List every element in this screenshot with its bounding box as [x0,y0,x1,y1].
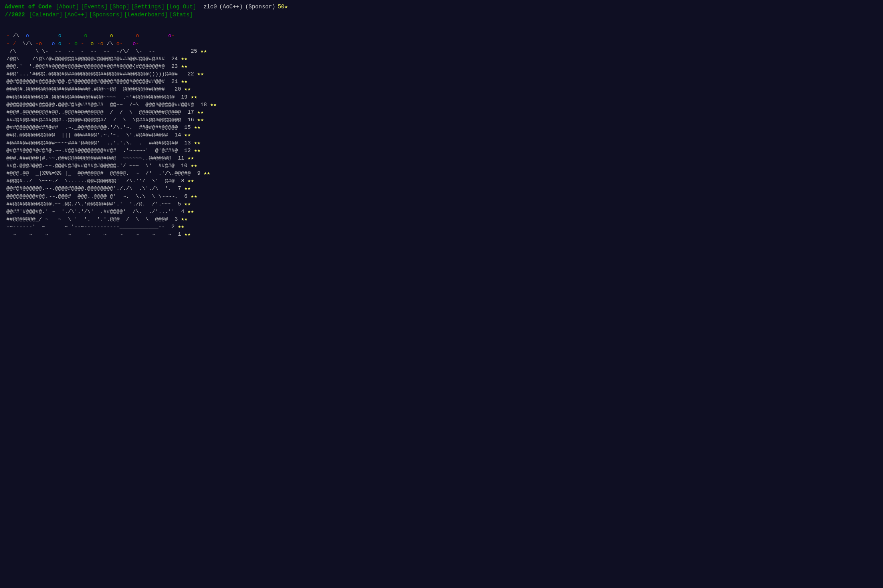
tree-line-9: @#@@#@@@@@@@#.@@@#@@#@@#@@##@@~~~~ .~'#@… [6,94,197,100]
tree-line-27: ~ ~ ~ ~ ~ ~ ~ ~ ~ ~ 1 ★★ [6,231,191,237]
nav-calendar[interactable]: [Calendar] [29,11,62,19]
nav-leaderboard[interactable]: [Leaderboard] [124,11,168,19]
tree-line-11: #@@#.@@@@@@@@#@@..@@@#@@#@@@@@ / / \ @@@… [6,109,204,115]
tree-line-2: - / \/\ -o o o - o - o -o /\ o- o- [6,41,139,47]
tree-line-13: @##@@@@@@@###@## .~._@@#@@@#@@.'/\.'~. #… [6,124,200,130]
tree-line-15: #@###@#@@@@@#@#~~~~###'@#@@@' ..'.'.\. .… [6,140,200,146]
tree-line-26: -~------' ~ ~ '--~-----------___________… [6,224,184,230]
year[interactable]: //2022 [5,11,25,19]
tree-line-14: @#@.@@@@@@@@@@@ ||| @@###@@'.~.'~. \'.#@… [6,132,191,138]
tree-line-17: @@#.###@@@|#.~~.@@#@@@@@@@@##@#@#@ ~~~~~… [6,155,194,161]
tree-line-12: ###@#@@#@#@###@@#..@@@@#@@@@@#/ / \ \@##… [6,117,204,123]
nav-shop[interactable]: [Shop] [109,3,129,11]
app: Advent of Code [About] [Events] [Shop] [… [0,0,883,588]
nav-row-1: Advent of Code [About] [Events] [Shop] [… [5,3,878,11]
nav-events[interactable]: [Events] [81,3,107,11]
sponsor-label[interactable]: (Sponsor) [245,3,275,11]
tree-line-22: @@@@@@@@@#@@.~~.@@@# @@@..@@@@ @' ~. \.\… [6,193,197,199]
tree-line-18: ##@.@@@#@@@.~~.@@@#@#@##@##@#@@@@@.'/ ~~… [6,163,197,169]
tree-line-4: /@@\ /\@\/@#@@@@@@#@@@@@#@@@@@#@###@@#@@… [6,56,188,62]
username: zlc0 [204,3,217,11]
tree-line-23: ##@@#@@@@@@@@@.~~.@@./\.'@@@@@#@#'.' './… [6,201,191,207]
tree-line-16: @#@##@@@#@#@#@.~~.#@@#@@@@@@@@##@# .'~~~… [6,148,200,154]
nav-aocpp[interactable]: [AoC++] [64,11,87,19]
nav-stats[interactable]: [Stats] [169,11,193,19]
tree-line-25: ##@@@@@@@_/ ~ ~ \ ' '. '.'.@@@ / \ \ @@@… [6,216,188,222]
nav-settings[interactable]: [Settings] [131,3,164,11]
tree-line-6: #@@'...'#@@@.@@@@#@##@@@@@@@@##@@@@###@@… [6,71,204,77]
tree-line-20: #@@@#../ \~~~./ \......@@#@@@@@@' /\.''/… [6,178,194,184]
tree-line-top: - /\ o o o o o o- [6,33,174,39]
tree-line-24: @@##'#@@@#@.' ~ './\'.'/\' .##@@@@' /\. … [6,209,194,215]
site-title[interactable]: Advent of Code [5,3,52,11]
tree-line-3: /\ \ \- -- -- - -- -- -/\/ \- -- 25 ★★ [6,48,207,54]
star-count: 50★ [278,3,288,11]
nav-sponsors[interactable]: [Sponsors] [89,11,123,19]
tree-line-8: @@#@#.@@@@@#@@@@##@###@##@.#@@~~@@ @@@@@… [6,86,191,92]
header: Advent of Code [About] [Events] [Shop] [… [0,0,883,20]
main-content: - /\ o o o o o o- - / \/\ -o o o - o - o… [0,20,883,258]
tree-line-10: @@@@@@@@@#@@@@@.@@@#@#@###@@## @@~~ /~\ … [6,102,217,108]
tree-line-21: @@#@#@@@@@@.~~.@@@@#@@@@.@@@@@@@@'././\ … [6,185,191,191]
tree-line-7: @@#@@@@@@#@@@@@#@@.@#@@@@@@@#@@@@#@@@@#@… [6,79,188,85]
tree-line-19: #@@@.@@ _|%%%=%% |_ @@#@@@@# @@@@@. ~ /'… [6,170,210,176]
nav-row-2: //2022 [Calendar] [AoC++] [Sponsors] [Le… [5,11,878,19]
christmas-tree-art: - /\ o o o o o o- - / \/\ -o o o - o - o… [6,24,877,254]
aocpp-label[interactable]: (AoC++) [219,3,243,11]
tree-line-5: @@@.' '.@@@##@@@@#@@@@#@@@@@@#@@##@@@@{#… [6,63,188,69]
nav-about[interactable]: [About] [56,3,79,11]
nav-logout[interactable]: [Log Out] [166,3,196,11]
